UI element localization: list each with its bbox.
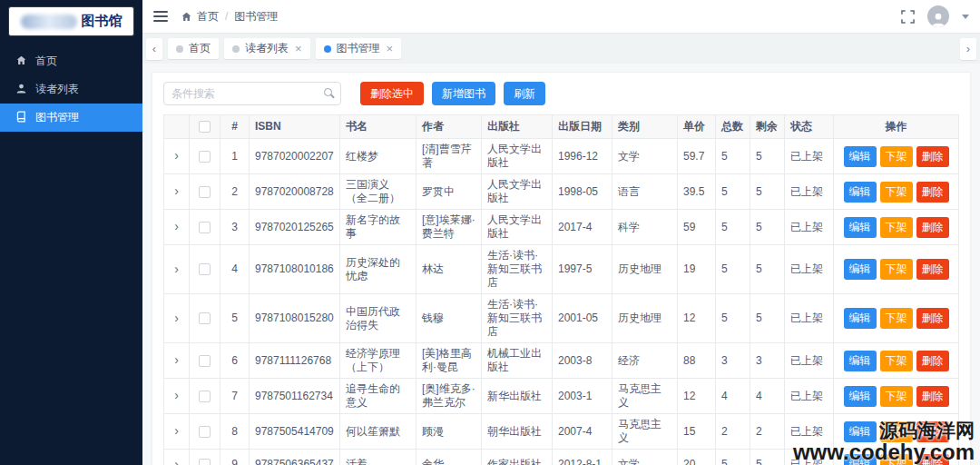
cell-isbn: 9787108010186: [250, 245, 340, 294]
row-checkbox[interactable]: [199, 391, 211, 402]
cell-title: 红楼梦: [340, 139, 416, 174]
logo-image: [21, 15, 77, 29]
cell-publisher: 作家出版社: [482, 450, 553, 465]
cell-title: 新名字的故事: [340, 210, 416, 245]
cell-remain: 5: [750, 245, 785, 294]
expand-row-icon[interactable]: ›: [174, 352, 179, 369]
sidebar-item-3[interactable]: 图书管理: [0, 104, 142, 132]
breadcrumb-home[interactable]: 首页: [197, 9, 219, 25]
row-checkbox[interactable]: [199, 459, 211, 465]
expand-row-icon[interactable]: ›: [174, 262, 179, 278]
cell-date: 2003-8: [553, 343, 612, 379]
tabs-scroll-right-icon[interactable]: ›: [960, 38, 976, 60]
off-shelf-button[interactable]: 下架: [880, 308, 913, 329]
edit-button[interactable]: 编辑: [844, 386, 877, 407]
delete-button[interactable]: 删除: [916, 146, 949, 167]
edit-button[interactable]: 编辑: [844, 259, 877, 280]
off-shelf-button[interactable]: 下架: [880, 146, 913, 167]
cell-status: 已上架: [785, 294, 834, 343]
row-checkbox[interactable]: [199, 355, 211, 367]
search-icon[interactable]: [324, 88, 332, 96]
off-shelf-button[interactable]: 下架: [880, 351, 913, 371]
delete-button[interactable]: 删除: [916, 259, 949, 280]
tab-2[interactable]: 读者列表×: [224, 38, 310, 59]
cell-category: 经济: [612, 343, 678, 379]
off-shelf-button[interactable]: 下架: [880, 259, 913, 280]
expand-row-icon[interactable]: ›: [174, 148, 179, 164]
delete-button[interactable]: 删除: [916, 217, 949, 238]
avatar[interactable]: [927, 5, 949, 27]
users-icon: [15, 83, 27, 97]
cell-total: 5: [716, 245, 750, 294]
cell-category: 语言: [612, 174, 678, 210]
tab-3[interactable]: 图书管理×: [316, 38, 402, 59]
row-checkbox[interactable]: [199, 263, 211, 275]
cell-publisher: 朝华出版社: [482, 414, 553, 450]
cell-price: 15: [678, 414, 716, 450]
expand-row-icon[interactable]: ›: [174, 423, 179, 440]
edit-button[interactable]: 编辑: [844, 308, 877, 329]
delete-button[interactable]: 删除: [916, 308, 949, 329]
cell-author: [意]埃莱娜·费兰特: [416, 210, 482, 245]
column-header: #: [220, 115, 250, 139]
sidebar-item-1[interactable]: 首页: [0, 47, 142, 75]
cell-price: 12: [678, 294, 716, 343]
cell-status: 已上架: [785, 343, 834, 379]
cell-category: 文学: [612, 139, 678, 174]
row-checkbox[interactable]: [199, 426, 211, 438]
close-icon[interactable]: ×: [387, 43, 394, 54]
cell-author: 罗贯中: [416, 174, 482, 210]
edit-button[interactable]: 编辑: [844, 351, 877, 371]
edit-button[interactable]: 编辑: [844, 217, 877, 238]
off-shelf-button[interactable]: 下架: [880, 182, 913, 203]
books-table: #ISBN书名作者出版社出版日期类别单价总数剩余状态操作 ›1978702000…: [163, 114, 959, 465]
tabbar: ‹ 首页读者列表×图书管理× ›: [142, 33, 980, 64]
sidebar-item-2[interactable]: 读者列表: [0, 75, 142, 104]
off-shelf-button[interactable]: 下架: [880, 386, 913, 407]
delete-button[interactable]: 删除: [916, 386, 949, 407]
home-icon: [15, 54, 27, 69]
expand-row-icon[interactable]: ›: [174, 219, 179, 235]
table-row: ›69787111126768经济学原理（上下）[美]格里高利·曼昆机械工业出版…: [164, 343, 959, 379]
cell-date: 1998-05: [553, 174, 612, 210]
cell-publisher: 人民文学出版社: [482, 174, 553, 210]
cell-category: 科学: [612, 210, 678, 245]
expand-row-icon[interactable]: ›: [174, 388, 179, 404]
tab-1[interactable]: 首页: [168, 38, 219, 59]
edit-button[interactable]: 编辑: [844, 182, 877, 203]
edit-button[interactable]: 编辑: [844, 146, 877, 167]
menu-toggle-icon[interactable]: [153, 11, 168, 22]
row-checkbox[interactable]: [199, 222, 211, 233]
tabs-scroll-left-icon[interactable]: ‹: [146, 38, 162, 60]
expand-row-icon[interactable]: ›: [174, 183, 179, 200]
off-shelf-button[interactable]: 下架: [880, 217, 913, 238]
table-header-row: #ISBN书名作者出版社出版日期类别单价总数剩余状态操作: [164, 115, 959, 139]
delete-button[interactable]: 删除: [916, 351, 949, 371]
refresh-button[interactable]: 刷新: [504, 82, 545, 105]
fullscreen-icon[interactable]: [901, 10, 915, 24]
row-checkbox[interactable]: [199, 186, 211, 198]
add-book-button[interactable]: 新增图书: [432, 82, 495, 105]
cell-status: 已上架: [785, 245, 834, 294]
close-icon[interactable]: ×: [295, 43, 302, 54]
row-checkbox[interactable]: [199, 312, 211, 324]
breadcrumb: 首页 / 图书管理: [181, 9, 278, 25]
column-header: 类别: [612, 115, 678, 139]
expand-row-icon[interactable]: ›: [174, 457, 179, 465]
row-checkbox[interactable]: [199, 151, 211, 163]
chevron-down-icon[interactable]: [962, 15, 969, 19]
app-root: 图书馆 首页读者列表图书管理 首页 / 图书管理 ‹: [0, 0, 980, 465]
cell-status: 已上架: [785, 174, 834, 210]
cell-title: 历史深处的忧虑: [340, 245, 416, 294]
cell-index: 1: [220, 139, 250, 174]
search-input[interactable]: [163, 82, 341, 105]
delete-button[interactable]: 删除: [916, 182, 949, 203]
delete-selected-button[interactable]: 删除选中: [360, 82, 424, 105]
expand-row-icon[interactable]: ›: [174, 311, 179, 327]
cell-remain: 5: [750, 294, 785, 343]
select-all-checkbox[interactable]: [199, 121, 211, 133]
cell-isbn: 9787506365437: [250, 450, 340, 465]
cell-actions: 编辑下架删除: [834, 210, 959, 245]
cell-remain: 5: [750, 450, 785, 465]
cell-publisher: 人民文学出版社: [482, 210, 553, 245]
